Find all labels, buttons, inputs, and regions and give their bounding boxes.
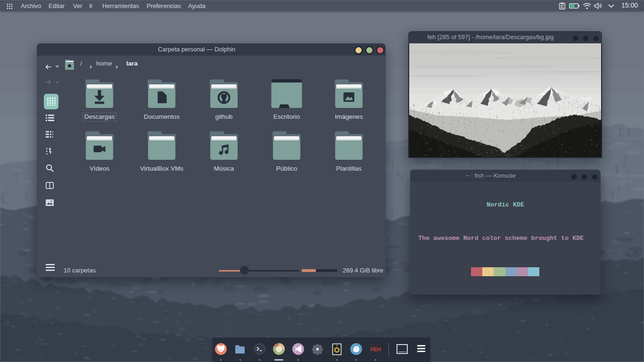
svg-text:FEH: FEH: [371, 346, 381, 352]
